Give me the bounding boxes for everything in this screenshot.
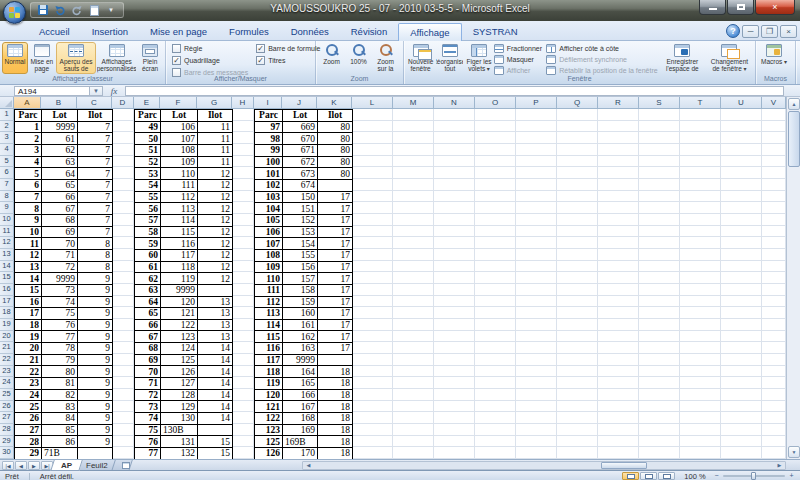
first-sheet-button[interactable]: |◀ — [2, 461, 14, 470]
cell[interactable]: 7 — [78, 144, 113, 156]
cell[interactable]: 107 — [255, 238, 283, 250]
cell[interactable]: 130 — [161, 413, 198, 425]
cell[interactable]: 60 — [135, 249, 161, 261]
cell[interactable]: 7 — [78, 191, 113, 203]
cell[interactable]: 156 — [283, 261, 318, 273]
cell[interactable]: 84 — [42, 413, 78, 425]
cell[interactable]: 70 — [42, 238, 78, 250]
cell[interactable]: 98 — [255, 133, 283, 145]
cell[interactable]: 108 — [255, 249, 283, 261]
cell[interactable]: 54 — [135, 179, 161, 191]
cell[interactable]: 15 — [198, 436, 233, 448]
cell[interactable]: 129 — [161, 401, 198, 413]
cell[interactable]: 7 — [78, 133, 113, 145]
horizontal-scrollbar[interactable]: ◀ ▶ — [302, 461, 786, 470]
header-cell[interactable]: Lot — [42, 110, 78, 122]
cell[interactable]: 673 — [283, 168, 318, 180]
button-masquer[interactable]: Masquer — [494, 55, 547, 64]
cell[interactable]: 9 — [78, 389, 113, 401]
button-defilement-synchrone[interactable]: Défilement synchrone — [546, 55, 659, 64]
cell[interactable]: 85 — [42, 424, 78, 436]
cell[interactable]: 61 — [42, 133, 78, 145]
row-header-5[interactable]: 5 — [0, 156, 14, 168]
cell[interactable]: 12 — [198, 179, 233, 191]
cell[interactable]: 113 — [255, 308, 283, 320]
cell[interactable]: 9 — [78, 343, 113, 355]
cell[interactable]: 169 — [283, 424, 318, 436]
cell[interactable]: 119 — [255, 378, 283, 390]
page-break-view-button[interactable] — [658, 472, 675, 480]
cell[interactable]: 12 — [198, 261, 233, 273]
cell[interactable]: 115 — [161, 226, 198, 238]
cell[interactable]: 9 — [78, 366, 113, 378]
name-box-dropdown[interactable]: ▼ — [90, 86, 103, 96]
cell[interactable]: 29 — [15, 448, 42, 459]
row-header-20[interactable]: 20 — [0, 331, 14, 343]
cell[interactable]: 115 — [255, 331, 283, 343]
page-layout-view-button[interactable] — [640, 472, 657, 480]
cell[interactable]: 126 — [255, 448, 283, 459]
row-header-30[interactable]: 30 — [0, 447, 14, 459]
vertical-scrollbar[interactable]: ▲ ▼ — [786, 97, 800, 459]
sheet-tab-ap[interactable]: AP — [50, 460, 83, 471]
cell[interactable]: 12 — [198, 249, 233, 261]
cell[interactable]: 13 — [15, 261, 42, 273]
zoom-in-button[interactable]: + — [787, 472, 796, 480]
cell[interactable]: 9 — [78, 354, 113, 366]
close-button[interactable]: × — [755, 0, 795, 15]
help-button[interactable]: ? — [726, 24, 740, 38]
cell[interactable]: 9999 — [283, 354, 318, 366]
cell[interactable]: 22 — [15, 366, 42, 378]
cell[interactable] — [198, 284, 233, 296]
maximize-button[interactable] — [727, 0, 754, 15]
cell[interactable]: 7 — [78, 179, 113, 191]
cell[interactable]: 62 — [42, 144, 78, 156]
cell[interactable]: 64 — [42, 168, 78, 180]
cell[interactable]: 55 — [135, 191, 161, 203]
row-header-22[interactable]: 22 — [0, 354, 14, 366]
minimize-button[interactable] — [699, 0, 726, 15]
tab-systran[interactable]: SYSTRAN — [462, 23, 529, 41]
column-header-h[interactable]: H — [232, 97, 254, 109]
cell[interactable]: 78 — [42, 343, 78, 355]
cell[interactable]: 117 — [255, 354, 283, 366]
cell[interactable]: 154 — [283, 238, 318, 250]
cell[interactable] — [318, 354, 353, 366]
cells-area[interactable]: ParcLotIlot19999726173627463756476657766… — [14, 109, 786, 459]
cell[interactable]: 13 — [198, 296, 233, 308]
cell[interactable]: 11 — [198, 156, 233, 168]
tab-donnees[interactable]: Données — [280, 23, 340, 41]
cell[interactable]: 24 — [15, 389, 42, 401]
cell[interactable]: 14 — [198, 389, 233, 401]
cell[interactable]: 4 — [15, 156, 42, 168]
cell[interactable]: 74 — [42, 296, 78, 308]
cell[interactable]: 127 — [161, 378, 198, 390]
select-all-corner[interactable] — [0, 97, 14, 109]
cell[interactable]: 17 — [318, 203, 353, 215]
cell[interactable]: 11 — [15, 238, 42, 250]
cell[interactable]: 9 — [78, 378, 113, 390]
cell[interactable]: 5 — [15, 168, 42, 180]
row-header-17[interactable]: 17 — [0, 296, 14, 308]
cell[interactable]: 121 — [161, 308, 198, 320]
cell[interactable]: 2 — [15, 133, 42, 145]
cell[interactable]: 110 — [161, 168, 198, 180]
cell[interactable]: 17 — [318, 226, 353, 238]
cell[interactable]: 25 — [15, 401, 42, 413]
row-header-4[interactable]: 4 — [0, 144, 14, 156]
row-header-9[interactable]: 9 — [0, 202, 14, 214]
cell[interactable]: 17 — [318, 308, 353, 320]
column-header-c[interactable]: C — [77, 97, 112, 109]
cell[interactable]: 132 — [161, 448, 198, 459]
cell[interactable]: 52 — [135, 156, 161, 168]
cell[interactable]: 9 — [78, 308, 113, 320]
cell[interactable]: 1 — [15, 121, 42, 133]
cell[interactable]: 77 — [135, 448, 161, 459]
cell[interactable]: 18 — [318, 413, 353, 425]
button-enregistrer-l-espace-de-travail[interactable]: Enregistrer l'espace de travail — [659, 42, 706, 74]
cell[interactable]: 72 — [42, 261, 78, 273]
cell[interactable]: 12 — [198, 238, 233, 250]
row-header-23[interactable]: 23 — [0, 366, 14, 378]
cell[interactable]: 8 — [78, 238, 113, 250]
cell[interactable]: 109 — [161, 156, 198, 168]
